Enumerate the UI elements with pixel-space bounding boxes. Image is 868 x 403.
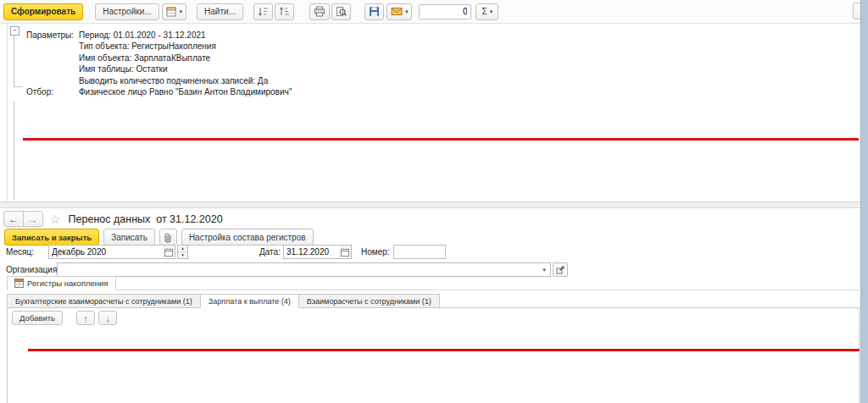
document-title: Перенос данных от 31.12.2020 bbox=[69, 213, 223, 225]
step-down-icon: ▼ bbox=[178, 252, 187, 258]
registers-group-tab[interactable]: Регистры накопления bbox=[7, 276, 116, 290]
number-input[interactable] bbox=[393, 245, 446, 259]
filter-label: Отбор: bbox=[26, 86, 79, 97]
autosum-button[interactable]: Σ ▾ bbox=[476, 3, 498, 20]
sort-descending-icon bbox=[258, 6, 269, 17]
save-icon bbox=[369, 6, 380, 17]
chevron-down-icon: ▾ bbox=[490, 8, 493, 14]
param-line: Период: 01.01.2020 - 31.12.2021 bbox=[79, 30, 206, 41]
move-up-button[interactable]: ↑ bbox=[76, 311, 95, 325]
organization-label: Организация: bbox=[6, 265, 59, 274]
param-line: Имя объекта: ЗарплатаКВыплате bbox=[79, 52, 210, 63]
mail-icon bbox=[391, 7, 403, 16]
sort-ascending-icon bbox=[279, 6, 290, 17]
register-panel: Добавить ↑ ↓ bbox=[7, 307, 860, 403]
registers-setup-button[interactable]: Настройка состава регистров bbox=[181, 229, 314, 246]
date-label: Дата: bbox=[259, 247, 281, 257]
paperclip-icon bbox=[164, 232, 173, 243]
preview-button[interactable] bbox=[331, 3, 351, 20]
filter-value: Физическое лицо Равно "Базин Антон Влади… bbox=[79, 86, 292, 97]
sigma-icon: Σ bbox=[481, 7, 487, 16]
save-and-close-button[interactable]: Записать и закрыть bbox=[4, 229, 99, 246]
forward-button[interactable]: → bbox=[23, 211, 43, 227]
send-mail-button[interactable]: ▾ bbox=[387, 3, 413, 20]
print-icon bbox=[314, 6, 326, 17]
document-window: ← → ☆ Перенос данных от 31.12.2020 Запис… bbox=[0, 208, 868, 403]
registers-group-label: Регистры накопления bbox=[27, 279, 108, 288]
back-arrow-icon: ← bbox=[8, 213, 19, 225]
month-stepper[interactable]: ▲▼ bbox=[177, 245, 188, 259]
open-link-icon bbox=[556, 266, 565, 274]
sort-descending-button[interactable] bbox=[253, 3, 273, 20]
annotation-red-line-2 bbox=[28, 349, 860, 351]
autosum-field[interactable] bbox=[419, 4, 471, 19]
find-button[interactable]: Найти... bbox=[197, 3, 243, 20]
chevron-down-icon: ▾ bbox=[405, 8, 409, 14]
group-bracket-line bbox=[14, 35, 14, 86]
back-button[interactable]: ← bbox=[3, 211, 24, 227]
save-button[interactable] bbox=[364, 3, 384, 20]
date-input[interactable] bbox=[283, 245, 339, 259]
arrow-up-icon: ↑ bbox=[83, 313, 88, 323]
number-label: Номер: bbox=[361, 247, 390, 257]
print-button[interactable] bbox=[309, 3, 330, 20]
month-calendar-button[interactable] bbox=[163, 245, 175, 259]
chevron-down-icon: ▾ bbox=[542, 267, 546, 273]
arrow-down-icon: ↓ bbox=[105, 313, 110, 323]
register-table-icon bbox=[14, 279, 24, 288]
attachments-button[interactable] bbox=[159, 229, 177, 246]
organization-open-button[interactable] bbox=[553, 262, 568, 277]
settings-button[interactable]: Настройки... bbox=[95, 3, 159, 20]
add-row-button[interactable]: Добавить bbox=[12, 311, 63, 325]
month-input[interactable] bbox=[48, 245, 163, 259]
tab-salary-payable[interactable]: Зарплата к выплате (4) bbox=[200, 294, 299, 308]
step-up-icon: ▲ bbox=[178, 246, 187, 252]
group-underline bbox=[7, 290, 860, 290]
param-line: Имя таблицы: Остатки bbox=[79, 63, 168, 75]
param-line: Выводить количество подчиненных записей:… bbox=[79, 75, 268, 86]
vertical-scrollbar[interactable] bbox=[860, 0, 868, 403]
chevron-down-icon: ▾ bbox=[180, 8, 183, 14]
save-document-button[interactable]: Записать bbox=[103, 229, 155, 246]
calendar-icon bbox=[341, 248, 349, 257]
tab-mutual-settlements[interactable]: Взаиморасчеты с сотрудниками (1) bbox=[298, 294, 440, 308]
report-variants-button[interactable]: ▾ bbox=[162, 3, 187, 20]
move-down-button[interactable]: ↓ bbox=[98, 311, 117, 325]
report-parameters: Параметры:Период: 01.01.2020 - 31.12.202… bbox=[26, 30, 292, 97]
annotation-red-line-1 bbox=[23, 138, 859, 141]
forward-arrow-icon: → bbox=[28, 213, 38, 225]
report-variants-icon bbox=[166, 7, 177, 17]
register-grid bbox=[12, 328, 856, 403]
preview-icon bbox=[336, 6, 347, 17]
organization-dropdown-button[interactable]: ▾ bbox=[538, 262, 551, 277]
month-label: Месяц: bbox=[6, 247, 34, 257]
tab-accounting-settlements[interactable]: Бухгалтерские взаиморасчеты с сотрудника… bbox=[7, 294, 201, 308]
group-bracket-line bbox=[14, 86, 23, 87]
report-result-table bbox=[23, 99, 859, 202]
param-line: Тип объекта: РегистрыНакопления bbox=[79, 41, 216, 52]
collapse-group-toggle[interactable]: − bbox=[10, 26, 19, 36]
organization-input[interactable] bbox=[57, 262, 538, 277]
generate-button[interactable]: Сформировать bbox=[3, 3, 83, 20]
favorite-star-icon[interactable]: ☆ bbox=[50, 213, 61, 226]
calendar-icon bbox=[164, 248, 173, 257]
report-toolbar: Сформировать Настройки... ▾ Найти... ▾ Σ… bbox=[0, 0, 868, 24]
group-bracket-line bbox=[14, 102, 14, 200]
sort-ascending-button[interactable] bbox=[275, 3, 294, 20]
register-tabs: Бухгалтерские взаиморасчеты с сотрудника… bbox=[7, 294, 439, 308]
params-label: Параметры: bbox=[26, 30, 79, 41]
date-calendar-button[interactable] bbox=[339, 245, 352, 259]
window-separator bbox=[0, 202, 868, 208]
